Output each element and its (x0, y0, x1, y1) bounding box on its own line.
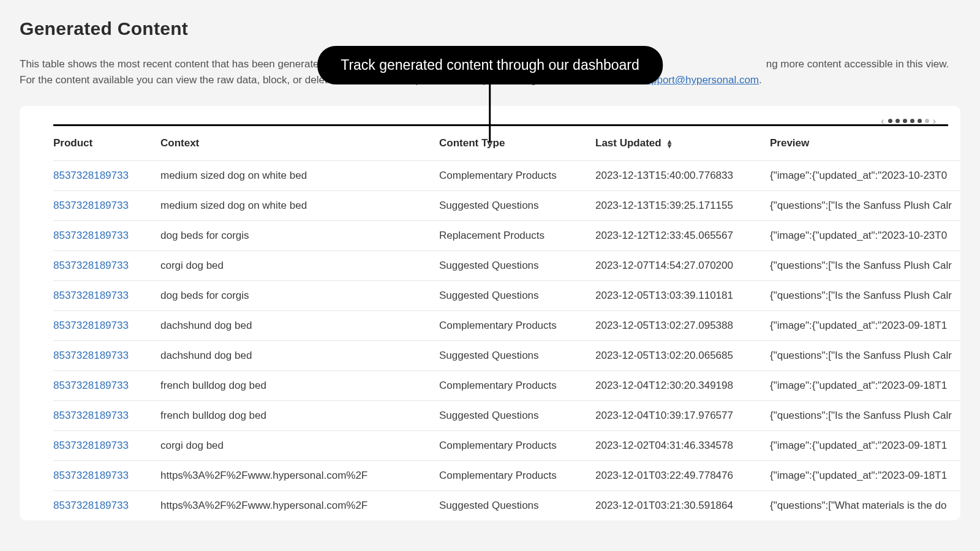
cell-context: medium sized dog on white bed (160, 190, 439, 220)
carousel-dot[interactable] (918, 119, 922, 123)
cell-context: https%3A%2F%2Fwww.hypersonal.com%2F (160, 490, 439, 520)
product-link[interactable]: 8537328189733 (53, 470, 129, 481)
cell-product: 8537328189733 (53, 310, 160, 340)
cell-product: 8537328189733 (53, 430, 160, 460)
content-card: ‹ › Product Context Content Type Last Up… (20, 106, 960, 520)
table-row[interactable]: 8537328189733corgi dog bedSuggested Ques… (53, 250, 960, 280)
table-row[interactable]: 8537328189733french bulldog dog bedSugge… (53, 400, 960, 430)
cell-last-updated: 2023-12-13T15:39:25.171155 (595, 190, 770, 220)
col-header-product[interactable]: Product (53, 126, 160, 161)
cell-product: 8537328189733 (53, 340, 160, 370)
product-link[interactable]: 8537328189733 (53, 320, 129, 331)
carousel-dot[interactable] (895, 119, 900, 123)
cell-content-type: Suggested Questions (439, 490, 595, 520)
cell-last-updated: 2023-12-04T12:30:20.349198 (595, 370, 770, 400)
cell-context: french bulldog dog bed (160, 370, 439, 400)
table-row[interactable]: 8537328189733french bulldog dog bedCompl… (53, 370, 960, 400)
cell-product: 8537328189733 (53, 160, 160, 190)
cell-preview: {"image":{"updated_at":"2023-10-23T0 (770, 220, 960, 250)
cell-preview: {"image":{"updated_at":"2023-10-23T0 (770, 160, 960, 190)
cell-content-type: Replacement Products (439, 220, 595, 250)
cell-preview: {"questions":["What materials is the do (770, 490, 960, 520)
cell-context: dachshund dog bed (160, 340, 439, 370)
carousel-dots (888, 119, 929, 123)
product-link[interactable]: 8537328189733 (53, 350, 129, 361)
table-row[interactable]: 8537328189733https%3A%2F%2Fwww.hypersona… (53, 460, 960, 490)
cell-context: dog beds for corgis (160, 280, 439, 310)
description-prefix: This table shows the most recent content… (20, 58, 354, 70)
product-link[interactable]: 8537328189733 (53, 290, 129, 301)
cell-content-type: Complementary Products (439, 370, 595, 400)
cell-product: 8537328189733 (53, 280, 160, 310)
table-row[interactable]: 8537328189733https%3A%2F%2Fwww.hypersona… (53, 490, 960, 520)
carousel-dot[interactable] (910, 119, 914, 123)
cell-context: dachshund dog bed (160, 310, 439, 340)
tooltip-pointer (489, 84, 491, 143)
table-row[interactable]: 8537328189733dog beds for corgisSuggeste… (53, 280, 960, 310)
cell-product: 8537328189733 (53, 250, 160, 280)
generated-content-table: Product Context Content Type Last Update… (53, 126, 960, 520)
cell-content-type: Complementary Products (439, 460, 595, 490)
table-row[interactable]: 8537328189733medium sized dog on white b… (53, 160, 960, 190)
cell-last-updated: 2023-12-12T12:33:45.065567 (595, 220, 770, 250)
table-row[interactable]: 8537328189733dog beds for corgisReplacem… (53, 220, 960, 250)
cell-last-updated: 2023-12-04T10:39:17.976577 (595, 400, 770, 430)
carousel-dot[interactable] (925, 119, 929, 123)
carousel-dot[interactable] (888, 119, 892, 123)
product-link[interactable]: 8537328189733 (53, 410, 129, 421)
cell-product: 8537328189733 (53, 220, 160, 250)
cell-preview: {"questions":["Is the Sanfuss Plush Calr (770, 400, 960, 430)
sort-icon: ▴▾ (668, 138, 671, 149)
cell-content-type: Suggested Questions (439, 400, 595, 430)
cell-last-updated: 2023-12-05T13:03:39.110181 (595, 280, 770, 310)
product-link[interactable]: 8537328189733 (53, 200, 129, 211)
cell-preview: {"image":{"updated_at":"2023-09-18T1 (770, 370, 960, 400)
cell-preview: {"questions":["Is the Sanfuss Plush Calr (770, 280, 960, 310)
product-link[interactable]: 8537328189733 (53, 230, 129, 241)
table-row[interactable]: 8537328189733dachshund dog bedSuggested … (53, 340, 960, 370)
cell-context: https%3A%2F%2Fwww.hypersonal.com%2F (160, 460, 439, 490)
cell-content-type: Suggested Questions (439, 340, 595, 370)
description-suffix: . (759, 74, 762, 86)
cell-last-updated: 2023-12-05T13:02:20.065685 (595, 340, 770, 370)
product-link[interactable]: 8537328189733 (53, 260, 129, 271)
cell-last-updated: 2023-12-01T03:21:30.591864 (595, 490, 770, 520)
cell-preview: {"questions":["Is the Sanfuss Plush Calr (770, 190, 960, 220)
cell-product: 8537328189733 (53, 400, 160, 430)
cell-product: 8537328189733 (53, 190, 160, 220)
cell-content-type: Suggested Questions (439, 280, 595, 310)
cell-last-updated: 2023-12-13T15:40:00.776833 (595, 160, 770, 190)
product-link[interactable]: 8537328189733 (53, 440, 129, 451)
cell-content-type: Suggested Questions (439, 190, 595, 220)
page-title: Generated Content (20, 18, 960, 39)
cell-preview: {"image":{"updated_at":"2023-09-18T1 (770, 430, 960, 460)
cell-preview: {"image":{"updated_at":"2023-09-18T1 (770, 460, 960, 490)
onboarding-tooltip: Track generated content through our dash… (317, 46, 663, 143)
cell-context: dog beds for corgis (160, 220, 439, 250)
cell-context: corgi dog bed (160, 250, 439, 280)
col-header-preview[interactable]: Preview (770, 126, 960, 161)
cell-context: medium sized dog on white bed (160, 160, 439, 190)
cell-preview: {"questions":["Is the Sanfuss Plush Calr (770, 250, 960, 280)
cell-preview: {"image":{"updated_at":"2023-09-18T1 (770, 310, 960, 340)
cell-product: 8537328189733 (53, 370, 160, 400)
cell-context: french bulldog dog bed (160, 400, 439, 430)
cell-content-type: Complementary Products (439, 310, 595, 340)
cell-last-updated: 2023-12-05T13:02:27.095388 (595, 310, 770, 340)
cell-content-type: Complementary Products (439, 430, 595, 460)
product-link[interactable]: 8537328189733 (53, 380, 129, 391)
cell-last-updated: 2023-12-01T03:22:49.778476 (595, 460, 770, 490)
table-row[interactable]: 8537328189733corgi dog bedComplementary … (53, 430, 960, 460)
cell-product: 8537328189733 (53, 490, 160, 520)
cell-context: corgi dog bed (160, 430, 439, 460)
cell-content-type: Complementary Products (439, 160, 595, 190)
cell-content-type: Suggested Questions (439, 250, 595, 280)
carousel-dot[interactable] (903, 119, 907, 123)
product-link[interactable]: 8537328189733 (53, 170, 129, 181)
table-row[interactable]: 8537328189733medium sized dog on white b… (53, 190, 960, 220)
cell-preview: {"questions":["Is the Sanfuss Plush Calr (770, 340, 960, 370)
table-row[interactable]: 8537328189733dachshund dog bedComplement… (53, 310, 960, 340)
cell-last-updated: 2023-12-02T04:31:46.334578 (595, 430, 770, 460)
product-link[interactable]: 8537328189733 (53, 500, 129, 511)
tooltip-bubble: Track generated content through our dash… (317, 46, 663, 84)
